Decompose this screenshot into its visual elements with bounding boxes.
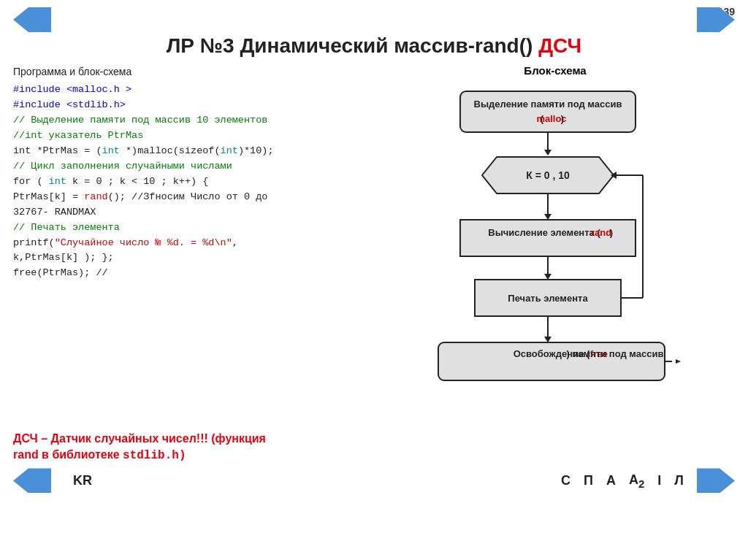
code-line-13: free(PtrMas); //: [13, 266, 358, 281]
dsch-note-mono: stdlib.h): [123, 449, 186, 462]
code-line-4: //int указатель PtrMas: [13, 129, 358, 144]
flowchart-svg: Выделение памяти под массив ( malloc ) К…: [375, 84, 735, 405]
main-content: Программа и блок-схема #include <malloc.…: [13, 64, 735, 422]
dsch-note-line1: ДСЧ – Датчик случайных чисел!!! (функция: [13, 432, 266, 445]
title-accent: ДСЧ: [538, 34, 581, 57]
code-line-2: #include <stdlib.h>: [13, 98, 358, 113]
flowchart-title: Блок-схема: [375, 64, 735, 77]
code-line-12: k,PtrMas[k] ); };: [13, 250, 358, 266]
code-line-10: // Печать элемента: [13, 220, 358, 236]
svg-marker-30: [676, 359, 681, 364]
bottom-section: ДСЧ – Датчик случайных чисел!!! (функция…: [13, 428, 735, 494]
bottom-nav-left: KR: [13, 468, 92, 493]
code-line-6: // Цикл заполнения случайными числами: [13, 159, 358, 174]
svg-text:): ): [561, 113, 564, 124]
svg-marker-16: [544, 274, 552, 280]
code-line-7: for ( int k = 0 ; k < 10 ; k++) {: [13, 174, 358, 190]
nav-item-c: С: [561, 473, 570, 488]
svg-text:Печать элемента: Печать элемента: [508, 293, 588, 304]
nav-item-i: І: [657, 473, 661, 488]
bottom-nav-right: С П А А2 І Л: [561, 468, 735, 493]
code-line-9: 32767- RANDMAX: [13, 205, 358, 220]
flowchart-panel: Блок-схема Выделение памяти под массив (…: [375, 64, 735, 422]
svg-marker-6: [544, 150, 552, 156]
code-line-5: int *PtrMas = (int *)malloc(sizeof(int)*…: [13, 144, 358, 159]
nav-item-p: П: [584, 473, 593, 488]
dsch-note-line2: rand в библиотеке: [13, 448, 123, 461]
bottom-nav: KR С П А А2 І Л: [13, 468, 735, 493]
code-line-1: #include <malloc.h >: [13, 83, 358, 98]
nav-item-a1: А: [606, 473, 616, 488]
code-panel: Программа и блок-схема #include <malloc.…: [13, 64, 364, 422]
nav-item-l: Л: [674, 473, 684, 488]
nav-prev-button[interactable]: [13, 7, 51, 32]
svg-text:) памяти под массив: ) памяти под массив: [567, 348, 664, 359]
dsch-note: ДСЧ – Датчик случайных чисел!!! (функция…: [13, 431, 735, 464]
top-nav: [13, 7, 735, 32]
nav-item-a2: А2: [629, 472, 644, 490]
code-line-11: printf("Случайное число № %d. = %d\n",: [13, 236, 358, 251]
page-title: ЛР №3 Динамический массив-rand() ДСЧ: [13, 34, 735, 58]
code-line-3: // Выделение памяти под массив 10 элемен…: [13, 113, 358, 129]
nav-bottom-next-button[interactable]: [697, 468, 735, 493]
svg-text:Выделение памяти под массив: Выделение памяти под массив: [474, 99, 622, 110]
svg-text:К = 0 , 10: К = 0 , 10: [526, 169, 570, 181]
nav-bottom-prev-button[interactable]: [13, 468, 51, 493]
code-line-8: PtrMas[k] = rand(); //Зfносим Число от 0…: [13, 190, 358, 205]
svg-marker-24: [544, 337, 552, 342]
code-label: Программа и блок-схема: [13, 64, 358, 80]
svg-text:): ): [610, 227, 613, 238]
nav-kr-label: KR: [73, 473, 92, 488]
svg-rect-0: [460, 91, 636, 132]
svg-rect-11: [460, 220, 636, 256]
svg-text:rand: rand: [591, 227, 611, 238]
title-main: ЛР №3 Динамический массив-rand(): [167, 34, 538, 57]
svg-text:Вычисление элемента (: Вычисление элемента (: [488, 227, 600, 238]
svg-marker-10: [544, 214, 552, 220]
